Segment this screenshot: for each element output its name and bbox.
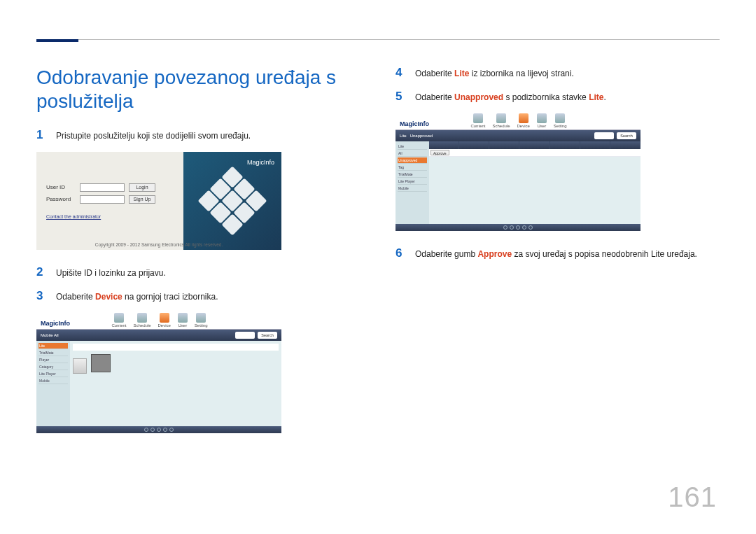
pager-dot[interactable]: [163, 428, 167, 432]
pager-dot[interactable]: [522, 225, 526, 230]
tab-schedule[interactable]: Schedule: [492, 113, 510, 128]
unapproved-screenshot: MagicInfo Content Schedule Device User S…: [396, 113, 640, 231]
step-text: Odaberite Device na gornjoj traci izborn…: [56, 292, 218, 302]
tab-user[interactable]: User: [537, 113, 547, 128]
mi-sidebar: Lite TrialMate Player Category Lite Play…: [36, 341, 70, 426]
tab-setting[interactable]: Setting: [554, 113, 567, 128]
sidebar-item[interactable]: All: [398, 150, 427, 157]
setting-icon: [196, 313, 206, 323]
sidebar-item[interactable]: TrialMate: [38, 350, 68, 356]
sidebar-item[interactable]: Category: [38, 364, 68, 370]
step-6: 6 Odaberite gumb Approve za svoj uređaj …: [396, 246, 720, 260]
step-number: 2: [36, 265, 46, 279]
sidebar-item[interactable]: Lite Player: [38, 371, 68, 377]
search-input-mini[interactable]: [594, 132, 614, 139]
pager-dot[interactable]: [516, 225, 520, 230]
sidebar-item[interactable]: Tag: [398, 164, 427, 171]
content-icon: [473, 113, 483, 123]
user-label: User ID: [46, 184, 76, 190]
horizontal-rule-accent: [36, 39, 78, 42]
pager-dot[interactable]: [510, 225, 514, 230]
mi-sidebar: Lite All Unapproved Tag TrialMate Lite P…: [396, 141, 429, 224]
sidebar-item[interactable]: Mobile: [38, 378, 68, 384]
table-row[interactable]: Approve: [429, 149, 640, 157]
step-1: 1 Pristupite poslužitelju koji ste dodij…: [36, 128, 360, 142]
page-title: Odobravanje povezanog uređaja s poslužit…: [36, 66, 360, 113]
tool-button[interactable]: [73, 358, 87, 374]
left-column: Odobravanje povezanog uređaja s poslužit…: [36, 66, 360, 449]
device-icon: [160, 313, 169, 323]
step-4: 4 Odaberite Lite iz izbornika na lijevoj…: [396, 66, 720, 80]
mi-subtoolbar: [73, 344, 279, 351]
tab-content[interactable]: Content: [470, 113, 485, 128]
mi-header: MagicInfo Content Schedule Device User S…: [36, 313, 281, 330]
search-button[interactable]: Search: [258, 332, 277, 339]
pager-dot[interactable]: [528, 225, 533, 230]
setting-icon: [555, 113, 565, 123]
user-input[interactable]: [80, 183, 125, 192]
pager-dot[interactable]: [157, 428, 161, 432]
step-number: 6: [396, 246, 405, 260]
approve-button[interactable]: Approve: [430, 150, 449, 155]
sidebar-item-lite[interactable]: Lite: [38, 343, 68, 349]
step-text: Odaberite gumb Approve za svoj uređaj s …: [415, 249, 697, 259]
keyword-device: Device: [95, 292, 122, 302]
pager-dot[interactable]: [169, 428, 174, 432]
contact-admin-link[interactable]: Contact the administrator: [46, 214, 174, 219]
mi-main: [70, 341, 281, 426]
tab-schedule[interactable]: Schedule: [133, 313, 150, 328]
tab-user[interactable]: User: [178, 313, 188, 328]
sidebar-item[interactable]: Player: [38, 357, 68, 363]
step-5: 5 Odaberite Unapproved s podizbornika st…: [396, 90, 720, 104]
keyword-approve: Approve: [477, 249, 512, 259]
sidebar-item[interactable]: Lite Player: [398, 178, 427, 185]
pager-dot[interactable]: [144, 428, 148, 432]
mi-logo: MagicInfo: [41, 320, 70, 329]
pager-dot[interactable]: [150, 428, 155, 432]
device-screenshot: MagicInfo Content Schedule Device User S…: [36, 313, 281, 433]
pass-label: Password: [46, 196, 76, 202]
schedule-icon: [137, 313, 147, 323]
login-copyright: Copyright 2009 - 2012 Samsung Electronic…: [36, 242, 281, 247]
mi-footer-pager: [396, 224, 640, 231]
user-row: User ID Login: [46, 183, 174, 192]
search-button[interactable]: Search: [617, 132, 636, 139]
pass-input[interactable]: [80, 195, 125, 204]
mi-footer-pager: [36, 426, 281, 433]
right-column: 4 Odaberite Lite iz izbornika na lijevoj…: [396, 66, 720, 449]
step-number: 3: [36, 289, 46, 303]
pager-dot[interactable]: [503, 225, 507, 230]
mi-toolbar: Mobile All Search: [36, 330, 281, 341]
device-thumbnail[interactable]: [91, 354, 111, 372]
step-2: 2 Upišite ID i lozinku za prijavu.: [36, 265, 360, 279]
search-input-mini[interactable]: [235, 332, 255, 339]
step-text: Pristupite poslužitelju koji ste dodijel…: [56, 131, 251, 141]
table-header: [429, 141, 640, 149]
mi-tabs: Content Schedule Device User Setting: [111, 313, 207, 329]
step-text: Odaberite Lite iz izbornika na lijevoj s…: [415, 69, 574, 78]
login-screenshot: User ID Login Password Sign Up Contact t…: [36, 152, 281, 250]
keyword-lite: Lite: [454, 69, 469, 78]
keyword-unapproved: Unapproved: [454, 92, 503, 102]
device-icon: [519, 113, 528, 123]
sidebar-item[interactable]: TrialMate: [398, 171, 427, 178]
login-button[interactable]: Login: [129, 183, 155, 192]
tab-content[interactable]: Content: [111, 313, 126, 328]
horizontal-rule: [36, 39, 720, 40]
mi-breadcrumb: Mobile All: [41, 333, 59, 337]
step-text: Upišite ID i lozinku za prijavu.: [56, 268, 166, 278]
login-banner: MagicInfo: [183, 152, 281, 250]
mi-main: Approve: [429, 141, 640, 224]
tab-device[interactable]: Device: [158, 313, 171, 328]
user-icon: [178, 313, 188, 323]
tab-device[interactable]: Device: [517, 113, 530, 128]
sidebar-item-unapproved[interactable]: Unapproved: [398, 157, 427, 164]
step-text: Odaberite Unapproved s podizbornika stav…: [415, 92, 606, 102]
schedule-icon: [496, 113, 506, 123]
sidebar-item[interactable]: Mobile: [398, 185, 427, 192]
tab-setting[interactable]: Setting: [195, 313, 208, 328]
mi-tabs: Content Schedule Device User Setting: [470, 113, 566, 129]
sidebar-item-lite[interactable]: Lite: [398, 143, 427, 150]
signup-button[interactable]: Sign Up: [129, 195, 155, 204]
step-number: 4: [396, 66, 405, 80]
